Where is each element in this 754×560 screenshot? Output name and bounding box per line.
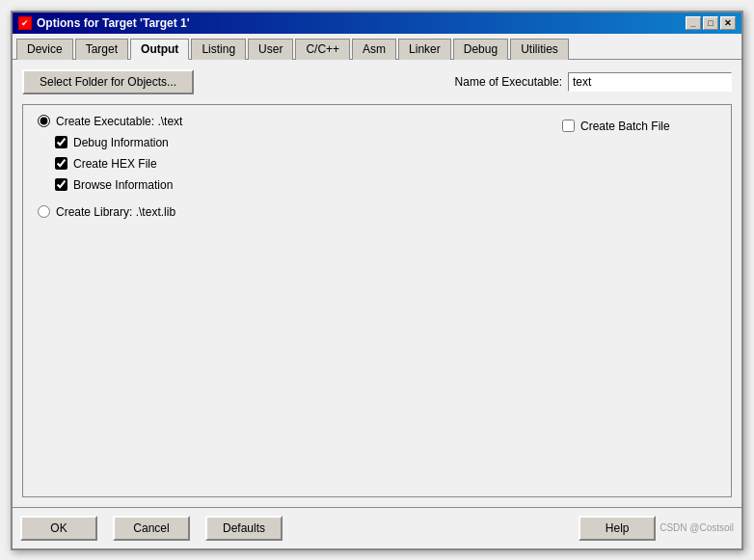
content-area: Select Folder for Objects... Name of Exe… — [13, 60, 741, 507]
window-title: Options for Target 'Target 1' — [37, 16, 190, 30]
title-buttons: _ □ ✕ — [686, 16, 736, 30]
tab-bar: Device Target Output Listing User C/C++ … — [13, 34, 741, 60]
browse-info-row[interactable]: Browse Information — [55, 178, 552, 192]
debug-info-checkbox[interactable] — [55, 136, 67, 148]
name-of-exec-group: Name of Executable: — [455, 72, 732, 92]
main-group-box: Create Executable: .\text Debug Informat… — [22, 104, 732, 497]
bottom-right: Help CSDN @Costsoil — [579, 516, 734, 541]
group-inner: Create Executable: .\text Debug Informat… — [38, 115, 716, 219]
help-button[interactable]: Help — [579, 516, 656, 541]
create-executable-row[interactable]: Create Executable: .\text — [38, 115, 552, 128]
create-library-row[interactable]: Create Library: .\text.lib — [38, 205, 552, 219]
title-bar-left: ✔ Options for Target 'Target 1' — [18, 16, 190, 30]
ok-button[interactable]: OK — [20, 516, 97, 541]
tab-asm[interactable]: Asm — [352, 39, 396, 60]
close-button[interactable]: ✕ — [720, 16, 736, 30]
tab-listing[interactable]: Listing — [191, 39, 246, 60]
debug-info-label: Debug Information — [73, 136, 169, 149]
left-section: Create Executable: .\text Debug Informat… — [38, 115, 552, 219]
tab-debug[interactable]: Debug — [453, 39, 508, 60]
create-hex-label: Create HEX File — [73, 157, 157, 171]
debug-info-row[interactable]: Debug Information — [55, 136, 552, 149]
cancel-button[interactable]: Cancel — [113, 516, 190, 541]
name-of-exec-input[interactable] — [568, 72, 732, 92]
create-hex-checkbox[interactable] — [55, 157, 67, 170]
browse-info-checkbox[interactable] — [55, 178, 67, 191]
title-bar: ✔ Options for Target 'Target 1' _ □ ✕ — [13, 13, 741, 34]
defaults-button[interactable]: Defaults — [205, 516, 283, 541]
minimize-button[interactable]: _ — [686, 16, 701, 30]
create-executable-radio[interactable] — [38, 115, 50, 127]
tab-linker[interactable]: Linker — [398, 39, 451, 60]
create-library-radio[interactable] — [38, 205, 50, 218]
dialog-window: ✔ Options for Target 'Target 1' _ □ ✕ De… — [11, 11, 743, 550]
tab-utilities[interactable]: Utilities — [510, 39, 569, 60]
tab-cpp[interactable]: C/C++ — [295, 39, 350, 60]
tab-output[interactable]: Output — [130, 39, 189, 60]
tab-device[interactable]: Device — [16, 39, 73, 60]
create-batch-row[interactable]: Create Batch File — [562, 120, 716, 133]
bottom-buttons: OK Cancel Defaults Help CSDN @Costsoil — [13, 507, 741, 548]
maximize-button[interactable]: □ — [703, 16, 718, 30]
top-row: Select Folder for Objects... Name of Exe… — [22, 69, 732, 94]
right-section: Create Batch File — [562, 115, 716, 219]
create-hex-row[interactable]: Create HEX File — [55, 157, 552, 171]
tab-target[interactable]: Target — [75, 39, 128, 60]
watermark: CSDN @Costsoil — [660, 522, 734, 533]
create-executable-label: Create Executable: .\text — [56, 115, 182, 128]
create-batch-checkbox[interactable] — [562, 120, 575, 132]
tab-user[interactable]: User — [248, 39, 293, 60]
app-icon: ✔ — [18, 16, 32, 30]
browse-info-label: Browse Information — [73, 178, 173, 192]
select-folder-button[interactable]: Select Folder for Objects... — [22, 69, 194, 94]
name-of-exec-label: Name of Executable: — [455, 75, 562, 89]
create-library-label: Create Library: .\text.lib — [56, 205, 175, 219]
create-batch-label: Create Batch File — [580, 120, 670, 133]
